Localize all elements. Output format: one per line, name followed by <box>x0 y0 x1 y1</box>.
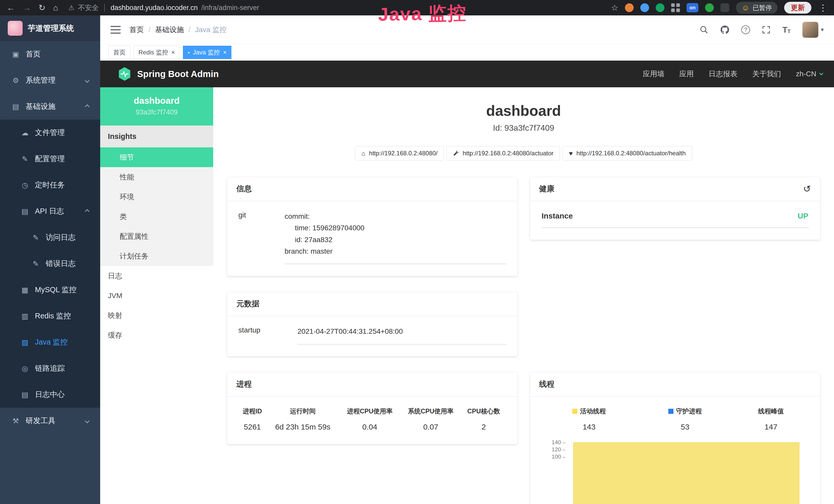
forward-icon[interactable]: → <box>23 4 31 12</box>
sidebar-item-log-center[interactable]: ▤ 日志中心 <box>0 382 100 408</box>
breadcrumb-item[interactable]: 基础设施 <box>155 25 184 35</box>
sba-item-environment[interactable]: 环境 <box>100 187 213 207</box>
sba-item-metrics[interactable]: 性能 <box>100 167 213 187</box>
metadata-card: 元数据 startup 2021-04-27T00:44:31.254+08:0… <box>227 292 518 356</box>
chevron-down-icon <box>85 78 89 83</box>
address-bar[interactable]: ⚠ 不安全 dashboard.yudao.iocoder.cn/infra/a… <box>68 3 259 12</box>
sidebar-item-api-logs[interactable]: ▤ API 日志 <box>0 198 100 224</box>
sba-item-config-props[interactable]: 配置属性 <box>100 226 213 246</box>
github-icon[interactable] <box>720 25 729 35</box>
threads-legend-table: 活动线程 守护进程 线程峰值 143 53 147 <box>541 406 809 432</box>
bookmark-star-icon[interactable]: ☆ <box>611 3 618 13</box>
sidebar-item-infrastructure[interactable]: ▤ 基础设施 <box>0 93 100 120</box>
nav-about[interactable]: 关于我们 <box>752 69 781 79</box>
extension-icon-orange[interactable] <box>625 3 634 12</box>
sidebar-item-mysql-monitor[interactable]: ▦ MySQL 监控 <box>0 277 100 303</box>
font-size-icon[interactable]: TT <box>782 26 791 34</box>
sidebar-item-system-mgmt[interactable]: ⚙ 系统管理 <box>0 67 100 93</box>
actuator-url-button[interactable]: http://192.168.0.2:48080/actuator <box>446 146 560 160</box>
sba-item-mappings[interactable]: 映射 <box>100 305 213 325</box>
search-icon[interactable] <box>700 25 708 34</box>
log-icon: ✎ <box>31 233 40 242</box>
process-col-header: 进程CPU使用率 <box>339 406 400 416</box>
process-col-header: CPU核心数 <box>461 406 506 416</box>
instance-header: dashboard 93a3fc7f7409 <box>100 87 213 125</box>
service-url: http://192.168.0.2:48080/ <box>369 150 438 157</box>
extension-icon-blue[interactable] <box>640 3 649 12</box>
sidebar-item-java-monitor[interactable]: ▨ Java 监控 <box>0 329 100 356</box>
chevron-down-icon <box>85 418 89 423</box>
tab-java-monitor[interactable]: ● Java 监控 × <box>183 46 232 59</box>
process-value: 0.07 <box>400 416 461 432</box>
tab-home[interactable]: 首页 <box>108 46 130 59</box>
locale-select[interactable]: zh-CN <box>796 70 823 78</box>
extension-icon-grid[interactable] <box>671 3 680 12</box>
chrome-update-button[interactable]: 更新 <box>784 2 811 14</box>
help-icon[interactable]: ? <box>741 25 750 34</box>
extension-icon-green[interactable] <box>656 3 664 12</box>
close-icon[interactable]: × <box>171 49 175 55</box>
health-instance-row[interactable]: Instance UP <box>541 210 809 228</box>
cards-grid: 信息 git commit: time: 1596289704000 id: 2… <box>227 177 820 504</box>
gear-icon: ⚙ <box>11 76 20 85</box>
sba-item-beans[interactable]: 类 <box>100 207 213 226</box>
metadata-key: startup <box>238 325 298 334</box>
close-icon[interactable]: × <box>223 49 226 55</box>
hamburger-icon[interactable] <box>110 26 121 33</box>
home-icon: ⌂ <box>361 150 365 157</box>
info-card-title: 信息 <box>227 177 518 201</box>
warning-icon: ⚠ <box>68 4 74 12</box>
sidebar-item-tracing[interactable]: ◎ 链路追踪 <box>0 356 100 382</box>
sidebar-item-access-logs[interactable]: ✎ 访问日志 <box>0 224 100 251</box>
service-url-button[interactable]: ⌂ http://192.168.0.2:48080/ <box>355 146 444 160</box>
back-icon[interactable]: ← <box>7 4 15 12</box>
threads-chart: 140 120 100 <box>548 437 808 504</box>
sidebar-item-scheduled-jobs[interactable]: ◷ 定时任务 <box>0 172 100 198</box>
url-host: dashboard.yudao.iocoder.cn <box>110 4 198 12</box>
edit-icon: ✎ <box>21 155 29 163</box>
extension-on-badge[interactable]: on <box>686 3 698 12</box>
sba-item-caches[interactable]: 缓存 <box>100 325 213 345</box>
user-avatar[interactable]: ▾ <box>803 22 824 38</box>
sba-item-jvm[interactable]: JVM <box>100 286 213 305</box>
nav-wall[interactable]: 应用墙 <box>643 69 664 79</box>
paused-label: 已暂停 <box>752 4 772 12</box>
sidebar-item-label: 系统管理 <box>26 75 56 86</box>
legend-peak-threads: 线程峰值 <box>733 406 809 416</box>
history-icon[interactable]: ↺ <box>803 184 811 193</box>
reload-icon[interactable]: ↻ <box>39 4 45 12</box>
instance-name: dashboard <box>103 95 210 106</box>
sidebar-group-insights: Insights <box>100 125 213 147</box>
sidebar-item-error-logs[interactable]: ✎ 错误日志 <box>0 251 100 277</box>
fullscreen-icon[interactable] <box>762 25 771 34</box>
extension-icon-dark[interactable] <box>721 3 729 12</box>
sidebar-item-redis-monitor[interactable]: ▥ Redis 监控 <box>0 303 100 329</box>
sidebar-item-home[interactable]: ▣ 首页 <box>0 41 100 67</box>
sba-item-details[interactable]: 细节 <box>100 147 213 167</box>
sidebar-item-dev-tools[interactable]: ⚒ 研发工具 <box>0 408 100 434</box>
sba-item-scheduled-tasks[interactable]: 计划任务 <box>100 246 213 266</box>
avatar-image <box>803 22 818 38</box>
extension-icon-leaf[interactable] <box>705 3 714 12</box>
pig-logo <box>8 21 23 36</box>
home-icon[interactable]: ⌂ <box>53 4 58 12</box>
paused-badge[interactable]: ☺ 已暂停 <box>736 2 777 14</box>
nav-journal[interactable]: 日志报表 <box>709 69 738 79</box>
process-col-header: 进程ID <box>238 406 266 416</box>
browser-menu-icon[interactable]: ⋮ <box>818 3 827 13</box>
sba-item-logging[interactable]: 日志 <box>100 266 213 286</box>
tab-redis-monitor[interactable]: Redis 监控 × <box>134 46 180 59</box>
breadcrumb-item[interactable]: 首页 <box>129 25 144 35</box>
sidebar-item-config-mgmt[interactable]: ✎ 配置管理 <box>0 146 100 172</box>
trace-icon: ◎ <box>21 364 29 373</box>
y-axis-tick: 100 <box>548 453 565 460</box>
actuator-url: http://192.168.0.2:48080/actuator <box>463 150 553 157</box>
health-card: 健康 ↺ Instance UP <box>530 177 820 240</box>
nav-applications[interactable]: 应用 <box>679 69 694 79</box>
live-threads-value: 143 <box>541 416 637 432</box>
info-value: commit: time: 1596289704000 id: 27aa832 … <box>285 210 506 264</box>
sidebar-item-file-mgmt[interactable]: ☁ 文件管理 <box>0 120 100 146</box>
sba-main: dashboard Id: 93a3fc7f7409 ⌂ http://192.… <box>213 87 834 504</box>
threads-card-title: 线程 <box>530 372 820 397</box>
health-url-button[interactable]: ♥ http://192.168.0.2:48080/actuator/heal… <box>563 146 692 160</box>
